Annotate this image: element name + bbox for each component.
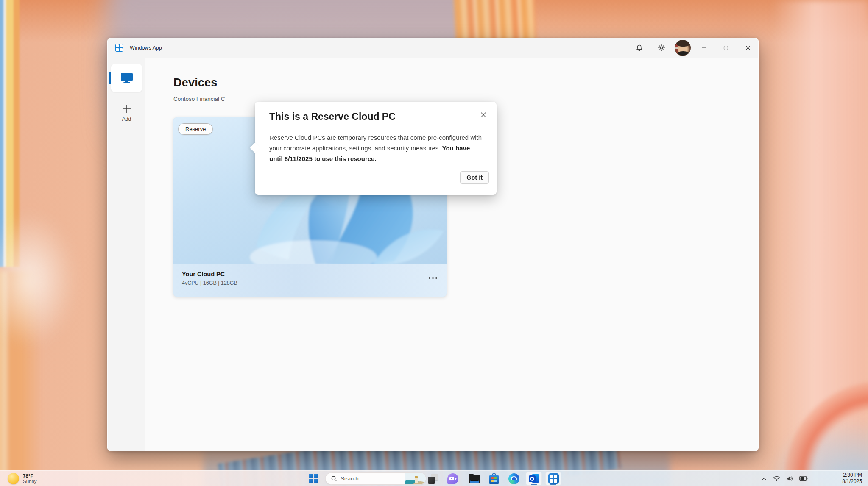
gear-icon xyxy=(658,44,665,52)
search-input[interactable] xyxy=(341,475,396,482)
weather-widget[interactable]: 78°F Sunny xyxy=(5,472,39,486)
monitor-icon xyxy=(120,72,133,83)
system-tray xyxy=(759,472,810,486)
task-view-button[interactable] xyxy=(424,472,441,486)
windows-app-taskbar-icon xyxy=(548,473,559,484)
outlook-icon xyxy=(529,473,539,484)
maximize-icon xyxy=(723,45,728,50)
sidebar-item-devices[interactable] xyxy=(111,64,142,92)
wifi-icon[interactable] xyxy=(773,475,780,482)
volume-icon[interactable] xyxy=(786,475,793,482)
sidebar: Add xyxy=(108,58,145,451)
clock-date: 8/1/2025 xyxy=(842,478,862,485)
add-device-button[interactable]: Add xyxy=(111,98,142,128)
taskbar-clock[interactable]: 2:30 PM 8/1/2025 xyxy=(842,472,862,485)
reserve-badge: Reserve xyxy=(178,123,213,135)
avatar-hair xyxy=(677,40,689,47)
start-button[interactable] xyxy=(305,472,322,486)
close-button[interactable] xyxy=(740,39,756,56)
edge-icon xyxy=(508,473,519,484)
organization-subtitle: Contoso Financial C xyxy=(173,96,225,102)
microsoft-store-button[interactable] xyxy=(486,472,502,486)
windows-app-running-indicator xyxy=(550,484,556,485)
card-more-button[interactable] xyxy=(429,277,437,279)
dialog-title: This is a Reserve Cloud PC xyxy=(269,111,396,122)
devices-page: Devices Contoso Financial C xyxy=(145,58,759,451)
reserve-dialog: This is a Reserve Cloud PC Reserve Cloud… xyxy=(255,102,497,195)
search-icon xyxy=(331,475,337,482)
microsoft-store-icon xyxy=(489,473,499,484)
window-titlebar: Windows App xyxy=(108,38,758,58)
battery-icon[interactable] xyxy=(799,476,808,481)
taskbar-search[interactable] xyxy=(325,472,426,485)
sun-icon xyxy=(8,473,19,484)
got-it-button[interactable]: Got it xyxy=(460,171,489,184)
weather-text: 78°F Sunny xyxy=(23,473,37,484)
weather-condition: Sunny xyxy=(23,479,37,484)
file-explorer-icon xyxy=(469,474,480,484)
dialog-body: Reserve Cloud PCs are temporary resource… xyxy=(269,132,483,164)
minimize-button[interactable] xyxy=(696,39,713,56)
dialog-close-button[interactable] xyxy=(477,108,490,121)
chat-icon xyxy=(447,473,458,484)
settings-button[interactable] xyxy=(653,39,670,56)
weather-temperature: 78°F xyxy=(23,473,37,479)
page-title: Devices xyxy=(173,76,217,89)
cloud-pc-specs: 4vCPU | 16GB | 128GB xyxy=(182,280,237,286)
windows-app-icon xyxy=(115,44,123,52)
clock-time: 2:30 PM xyxy=(842,472,862,478)
cloud-pc-card-footer: Your Cloud PC 4vCPU | 16GB | 128GB xyxy=(173,264,447,297)
notifications-button[interactable] xyxy=(631,39,648,56)
selected-indicator xyxy=(109,72,111,84)
file-explorer-button[interactable] xyxy=(466,472,483,486)
taskbar: 78°F Sunny xyxy=(0,470,868,486)
avatar-shirt xyxy=(676,51,690,56)
minimize-icon xyxy=(702,45,707,50)
chat-button[interactable] xyxy=(444,472,461,486)
wallpaper-left-glow xyxy=(0,212,76,347)
lighthouse-thumbnail xyxy=(405,472,426,485)
maximize-button[interactable] xyxy=(717,39,734,56)
windows-app-window: Windows App xyxy=(107,38,759,451)
add-label: Add xyxy=(122,116,131,122)
outlook-running-indicator xyxy=(531,484,537,485)
task-view-icon xyxy=(428,474,438,484)
bell-icon xyxy=(636,44,643,52)
cloud-pc-name: Your Cloud PC xyxy=(182,271,225,278)
windows-logo-icon xyxy=(309,474,318,483)
edge-button[interactable] xyxy=(505,472,522,486)
window-title: Windows App xyxy=(130,45,162,51)
close-icon xyxy=(745,45,751,50)
close-x-icon xyxy=(480,112,486,118)
plus-icon xyxy=(122,104,131,114)
tray-chevron-icon[interactable] xyxy=(761,476,767,482)
user-avatar[interactable] xyxy=(675,40,691,56)
